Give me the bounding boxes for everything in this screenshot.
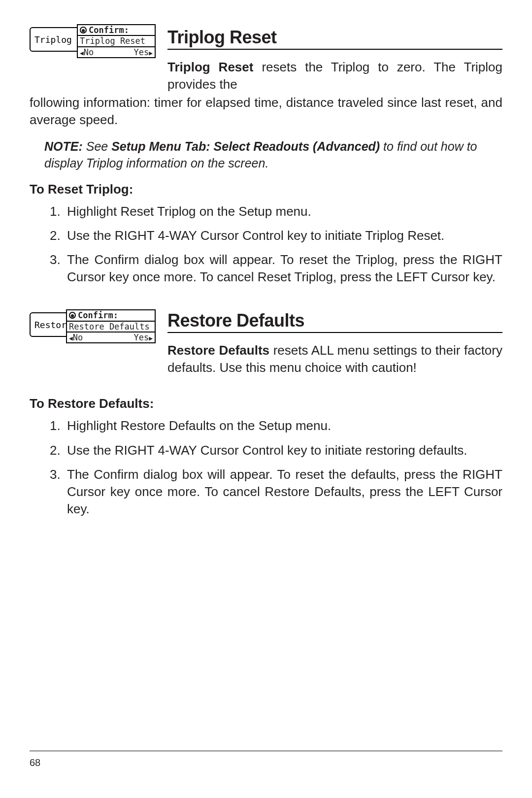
list-item: The Confirm dialog box will appear. To r… xyxy=(64,251,502,286)
lead-paragraph: Triplog Reset resets the Triplog to zero… xyxy=(167,59,502,93)
heading-block: Restore Defaults Restore Defaults resets… xyxy=(167,310,502,376)
section-triplog-reset: Triplog Rese ● Confirm: Triplog Reset ◀N… xyxy=(30,27,502,93)
chevron-right-icon: ▶ xyxy=(149,49,153,57)
lead-bold: Triplog Reset xyxy=(167,60,253,74)
footer-rule xyxy=(30,751,502,751)
note-prefix: NOTE: xyxy=(44,139,83,153)
lead-paragraph: Restore Defaults resets ALL menu setting… xyxy=(167,342,502,376)
steps-reset-triplog: Highlight Reset Triplog on the Setup men… xyxy=(64,203,502,286)
chevron-left-icon: ◀ xyxy=(80,49,84,57)
heading-block: Triplog Reset Triplog Reset resets the T… xyxy=(167,27,502,93)
confirm-dialog: ● Confirm: Triplog Reset ◀No Yes▶ xyxy=(77,24,156,58)
list-item: Use the RIGHT 4-WAY Cursor Control key t… xyxy=(64,227,502,244)
confirm-yes: Yes▶ xyxy=(133,332,153,342)
chevron-right-icon: ▶ xyxy=(149,334,153,342)
page-number: 68 xyxy=(30,757,40,768)
section-heading: Triplog Reset xyxy=(167,27,502,50)
section-heading: Restore Defaults xyxy=(167,310,502,333)
confirm-no: ◀No xyxy=(69,332,83,342)
list-item: Highlight Reset Triplog on the Setup men… xyxy=(64,203,502,220)
list-item: Highlight Restore Defaults on the Setup … xyxy=(64,417,502,434)
confirm-title: ● Confirm: xyxy=(78,25,155,36)
subhead-reset-triplog: To Reset Triplog: xyxy=(30,182,502,197)
alert-icon: ● xyxy=(69,312,76,319)
note-bold: Setup Menu Tab: Select Readouts (Advance… xyxy=(111,139,380,153)
steps-restore-defaults: Highlight Restore Defaults on the Setup … xyxy=(64,417,502,517)
confirm-body: Restore Defaults xyxy=(67,322,155,332)
confirm-body: Triplog Reset xyxy=(78,36,155,47)
alert-icon: ● xyxy=(80,27,87,33)
confirm-title: ● Confirm: xyxy=(67,310,155,321)
lead-bold: Restore Defaults xyxy=(167,343,269,358)
section-restore-defaults: Restore De ● Confirm: Restore Defaults ◀… xyxy=(30,310,502,376)
confirm-dialog: ● Confirm: Restore Defaults ◀No Yes▶ xyxy=(66,309,156,343)
lead-continuation: following information: timer for elapsed… xyxy=(30,94,502,129)
confirm-yes: Yes▶ xyxy=(133,47,153,57)
confirm-actions: ◀No Yes▶ xyxy=(67,332,155,342)
page-content: Triplog Rese ● Confirm: Triplog Reset ◀N… xyxy=(30,27,502,771)
chevron-left-icon: ◀ xyxy=(69,334,73,342)
list-item: The Confirm dialog box will appear. To r… xyxy=(64,466,502,518)
confirm-actions: ◀No Yes▶ xyxy=(78,47,155,57)
note-mid: See xyxy=(83,139,111,153)
restore-thumbnail: Restore De ● Confirm: Restore Defaults ◀… xyxy=(30,312,153,337)
confirm-no: ◀No xyxy=(80,47,94,57)
subhead-restore-defaults: To Restore Defaults: xyxy=(30,396,502,411)
list-item: Use the RIGHT 4-WAY Cursor Control key t… xyxy=(64,442,502,459)
confirm-label: Confirm: xyxy=(78,310,118,320)
confirm-label: Confirm: xyxy=(89,25,129,35)
note-block: NOTE: See Setup Menu Tab: Select Readout… xyxy=(44,138,502,172)
triplog-thumbnail: Triplog Rese ● Confirm: Triplog Reset ◀N… xyxy=(30,27,153,52)
